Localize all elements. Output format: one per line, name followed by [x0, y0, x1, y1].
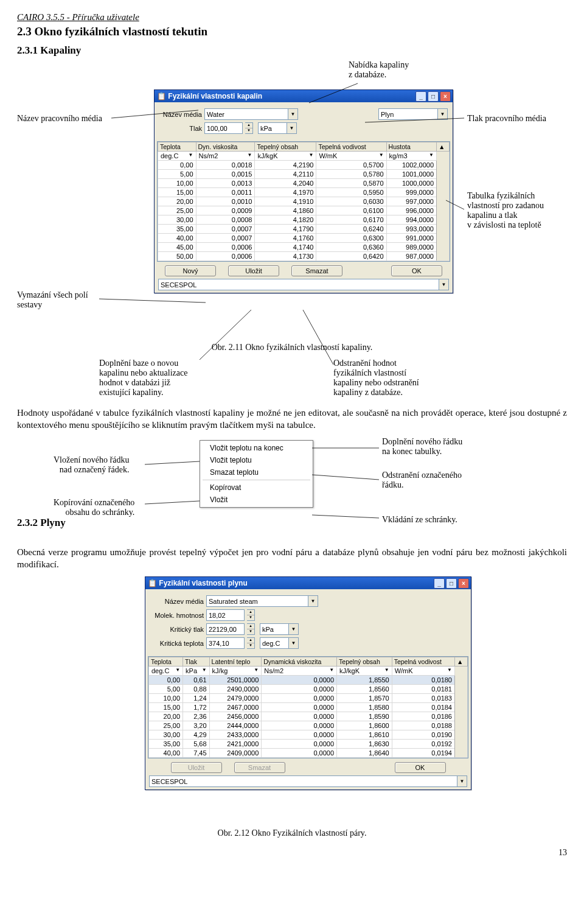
tlak-unit-combo[interactable]: kPa▼: [258, 122, 297, 134]
callout-vlozeni: Vložení nového řádku nad označený řádek.: [54, 455, 129, 475]
maximize-icon[interactable]: □: [446, 578, 457, 589]
status-combo[interactable]: SECESPOL▼: [158, 279, 449, 290]
delete-button-2: Smazat: [234, 762, 285, 773]
svg-line-6: [303, 310, 333, 365]
menu-delete[interactable]: Smazat teplotu: [200, 466, 313, 478]
callout-kopirovani: Kopírování označeného obsahu do schránky…: [54, 498, 134, 517]
label-krit-tlak: Kritický tlak: [150, 626, 204, 633]
krit-tlak-unit[interactable]: kPa▼: [260, 623, 299, 635]
menu-insert-end[interactable]: Vložit teplotu na konec: [200, 442, 313, 454]
ok-button[interactable]: OK: [391, 265, 442, 276]
title-icon: 📋 Fyzikální vlastnosti kapalin: [157, 92, 262, 100]
callout-tlak: Tlak pracovního média: [467, 114, 546, 124]
figure-caption-1: Obr. 2.11 Okno fyzikálních vlastností ka…: [17, 343, 567, 352]
close-icon[interactable]: ×: [440, 91, 451, 102]
page-number: 13: [17, 848, 567, 858]
callout-odstraneni: Odstranění hodnot fyzikálních vlastností…: [333, 359, 419, 397]
status-combo-2[interactable]: SECESPOL▼: [149, 775, 467, 787]
subsection-2-title: 2.3.2 Plyny: [17, 517, 66, 529]
menu-paste[interactable]: Vložit: [200, 494, 313, 506]
svg-line-4: [99, 299, 206, 303]
svg-line-8: [145, 501, 200, 504]
krit-tep-unit[interactable]: deg.C▼: [260, 637, 299, 649]
tlak-spin[interactable]: ▲▼: [245, 122, 253, 134]
body-paragraph-1: Hodnoty uspořádané v tabulce fyzikálních…: [17, 407, 567, 431]
label-tlak: Tlak: [159, 125, 202, 132]
label-nazev: Název média: [159, 111, 202, 118]
menu-insert[interactable]: Vložit teplotu: [200, 454, 313, 466]
media-name-combo-2[interactable]: Saturated steam▼: [206, 595, 318, 607]
label-nazev-2: Název média: [150, 598, 204, 605]
page-header: CAIRO 3.5.5 - Příručka uživatele: [17, 12, 567, 23]
close-icon[interactable]: ×: [458, 578, 469, 589]
subsection-title: 2.3.1 Kapaliny: [17, 44, 567, 57]
window-title-2: Fyzikální vlastnosti plynu: [159, 579, 247, 587]
svg-line-7: [145, 461, 200, 464]
callout-vymazani: Vymazání všech polí sestavy: [17, 290, 88, 310]
molek-spin[interactable]: ▲▼: [247, 609, 255, 621]
save-button[interactable]: Uložit: [228, 265, 279, 276]
titlebar-2[interactable]: 📋 Fyzikální vlastnosti plynu _ □ ×: [145, 577, 471, 589]
delete-button[interactable]: Smazat: [291, 265, 342, 276]
ok-button-2[interactable]: OK: [395, 762, 446, 773]
minimize-icon[interactable]: _: [415, 91, 426, 102]
new-button[interactable]: Nový: [165, 265, 216, 276]
krit-tlak-input[interactable]: 22129,00: [206, 623, 245, 635]
label-molek: Molek. hmotnost: [150, 612, 204, 619]
krit-tep-spin[interactable]: ▲▼: [247, 637, 255, 649]
titlebar[interactable]: 📋 Fyzikální vlastnosti kapalin _ □ ×: [155, 90, 453, 102]
molek-input[interactable]: 18,02: [206, 609, 245, 621]
callout-nabidka: Nabídka kapaliny z databáze.: [349, 60, 409, 80]
media-name-combo[interactable]: Water▼: [204, 108, 298, 120]
callout-tabulka: Tabulka fyzikálních vlastností pro zadan…: [467, 191, 544, 230]
properties-table[interactable]: TeplotaDyn. viskositaTepelný obsahTepeln…: [157, 141, 450, 262]
krit-tlak-spin[interactable]: ▲▼: [247, 623, 255, 635]
window-liquid-properties: 📋 Fyzikální vlastnosti kapalin _ □ × Náz…: [154, 89, 453, 293]
callout-doplneni: Doplnění baze o novou kapalinu nebo aktu…: [99, 359, 187, 397]
section-title: 2.3 Okno fyzikálních vlastností tekutin: [17, 25, 567, 38]
callout-doplneni2: Doplnění nového řádku na konec tabulky.: [382, 437, 462, 457]
callout-vkladani: Vkládání ze schránky.: [382, 515, 457, 525]
window-gas-properties: 📋 Fyzikální vlastnosti plynu _ □ × Název…: [145, 576, 471, 790]
title-icon-2: 📋 Fyzikální vlastnosti plynu: [148, 579, 248, 587]
context-menu: Vložit teplotu na konec Vložit teplotu S…: [200, 440, 313, 508]
maximize-icon[interactable]: □: [428, 91, 439, 102]
svg-line-10: [312, 475, 379, 480]
body-paragraph-2: Obecná verze programu umožňuje provést t…: [17, 547, 567, 570]
properties-table-2[interactable]: TeplotaTlakLatentní teploDynamická visko…: [148, 656, 468, 758]
figure-caption-2: Obr. 2.12 Okno Fyzikálních vlastností pá…: [17, 828, 567, 838]
krit-tep-input[interactable]: 374,10: [206, 637, 245, 649]
window-title: Fyzikální vlastnosti kapalin: [168, 92, 262, 100]
svg-line-11: [312, 515, 379, 518]
menu-copy[interactable]: Kopírovat: [200, 481, 313, 494]
plyn-combo[interactable]: Plyn▼: [378, 108, 448, 120]
label-krit-tep: Kritická teplota: [150, 640, 204, 647]
save-button-2: Uložit: [171, 762, 222, 773]
callout-nazev: Název pracovního média: [17, 114, 102, 124]
tlak-input[interactable]: 100,00: [204, 122, 243, 134]
callout-odstraneni2: Odstranění označeného řádku.: [382, 471, 462, 490]
minimize-icon[interactable]: _: [434, 578, 445, 589]
